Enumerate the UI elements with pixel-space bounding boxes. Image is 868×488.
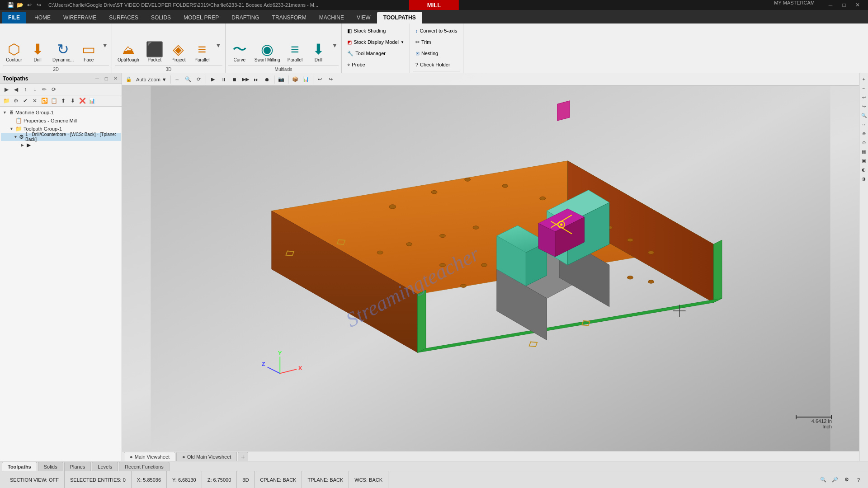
trim-button[interactable]: ✂ Trim bbox=[413, 37, 460, 47]
status-icon-zoom-out[interactable]: 🔎 bbox=[830, 475, 840, 485]
tree-item-operation1[interactable]: ▼ ⚙ 1 - Drill/Counterbore - [WCS: Back] … bbox=[1, 133, 121, 141]
probe-button[interactable]: ⌖ Probe bbox=[344, 59, 407, 70]
dynamic-mill-button[interactable]: ↻ Dynamic... bbox=[50, 28, 76, 65]
swarf-milling-button[interactable]: ◉ Swarf Milling bbox=[252, 28, 283, 65]
status-icon-help[interactable]: ? bbox=[854, 475, 863, 485]
panel-tool-refresh[interactable]: ⟳ bbox=[49, 85, 58, 94]
rt-btn-12[interactable]: ◑ bbox=[860, 174, 868, 183]
vp-stop[interactable]: ⏹ bbox=[230, 75, 240, 84]
qa-save[interactable]: 💾 bbox=[6, 1, 14, 9]
close-button[interactable]: ✕ bbox=[851, 0, 864, 10]
rt-btn-2[interactable]: − bbox=[860, 84, 868, 92]
vp-end[interactable]: ⏭ bbox=[251, 75, 261, 84]
tree-item-machine-group[interactable]: ▼ 🖥 Machine Group-1 bbox=[1, 108, 121, 117]
tab-toolpaths[interactable]: TOOLPATHS bbox=[377, 12, 422, 23]
face-button[interactable]: ▭ Face bbox=[77, 28, 100, 65]
panel-tool-up[interactable]: ↑ bbox=[21, 85, 30, 94]
qa-open[interactable]: 📂 bbox=[16, 1, 24, 9]
view-tab-main[interactable]: ● Main Viewsheet bbox=[124, 452, 175, 461]
rt-btn-3[interactable]: ↩ bbox=[860, 93, 868, 101]
bottom-tab-toolpaths[interactable]: Toolpaths bbox=[2, 462, 37, 471]
rt-btn-7[interactable]: ⊕ bbox=[860, 129, 868, 137]
rt-btn-9[interactable]: ▦ bbox=[860, 147, 868, 155]
2d-dropdown-arrow[interactable]: ▼ bbox=[101, 40, 109, 51]
tab-surfaces[interactable]: SURFACES bbox=[103, 12, 145, 23]
tree-item-op1-sub[interactable]: ▶ ▶ bbox=[1, 141, 121, 149]
vp-fit[interactable]: ↔ bbox=[172, 75, 182, 84]
viewport[interactable]: 🔒 Auto Zoom ▼ ↔ 🔍 ⟳ ▶ ⏸ ⏹ ▶▶ ⏭ ⏺ 📷 📦 📊 ↩… bbox=[122, 73, 859, 461]
parallel-mx-button[interactable]: ≡ Parallel bbox=[283, 28, 306, 65]
panel-tool-settings[interactable]: ⚙ bbox=[11, 96, 20, 105]
panel-close-button[interactable]: ✕ bbox=[112, 75, 119, 82]
panel-tool-folder[interactable]: 📁 bbox=[2, 96, 11, 105]
vp-record[interactable]: ⏺ bbox=[262, 75, 272, 84]
vp-redo[interactable]: ↪ bbox=[326, 75, 336, 84]
view-tab-old-main[interactable]: ● Old Main Viewsheet bbox=[176, 452, 237, 461]
panel-tool-down[interactable]: ↓ bbox=[30, 85, 39, 94]
panel-tool-play[interactable]: ▶ bbox=[2, 85, 11, 94]
multiaxis-dropdown-arrow[interactable]: ▼ bbox=[330, 40, 339, 51]
stock-display-model-button[interactable]: ◩ Stock Display Model ▼ bbox=[344, 37, 407, 47]
pocket-button[interactable]: ⬛ Pocket bbox=[143, 28, 166, 65]
vp-pause[interactable]: ⏸ bbox=[219, 75, 229, 84]
vp-chart[interactable]: 📊 bbox=[301, 75, 311, 84]
tab-view[interactable]: VIEW bbox=[350, 12, 377, 23]
drill-mx-button[interactable]: ⬇ Drill bbox=[307, 28, 330, 65]
tab-home[interactable]: HOME bbox=[28, 12, 57, 23]
optirough-button[interactable]: ⛰ OptiRough bbox=[115, 28, 142, 65]
3d-dropdown-arrow[interactable]: ▼ bbox=[214, 40, 222, 51]
qa-undo[interactable]: ↩ bbox=[25, 1, 33, 9]
tab-transform[interactable]: TRANSFORM bbox=[266, 12, 313, 23]
vp-box[interactable]: 📦 bbox=[290, 75, 300, 84]
status-icon-settings[interactable]: ⚙ bbox=[842, 475, 852, 485]
vp-undo[interactable]: ↩ bbox=[315, 75, 325, 84]
maximize-button[interactable]: □ bbox=[837, 0, 851, 10]
drill-button[interactable]: ⬇ Drill bbox=[26, 28, 49, 65]
rt-btn-5[interactable]: 🔍 bbox=[860, 111, 868, 119]
rt-btn-10[interactable]: ▣ bbox=[860, 156, 868, 164]
panel-tool-x[interactable]: ✕ bbox=[30, 96, 39, 105]
panel-tool-back[interactable]: ◀ bbox=[11, 85, 20, 94]
vp-rotate[interactable]: ⟳ bbox=[194, 75, 204, 84]
nesting-button[interactable]: ⊡ Nesting bbox=[413, 48, 460, 59]
bottom-tab-recent-functions[interactable]: Recent Functions bbox=[119, 462, 170, 471]
rt-btn-11[interactable]: ◐ bbox=[860, 165, 868, 174]
project-button[interactable]: ◈ Project bbox=[167, 28, 190, 65]
panel-restore-button[interactable]: □ bbox=[103, 75, 110, 82]
convert-5axis-button[interactable]: ↕ Convert to 5-axis bbox=[413, 25, 460, 36]
curve-button[interactable]: 〜 Curve bbox=[228, 28, 251, 65]
panel-tool-movedown[interactable]: ⬇ bbox=[68, 96, 77, 105]
tab-model-prep[interactable]: MODEL PREP bbox=[177, 12, 225, 23]
rt-btn-4[interactable]: ↪ bbox=[860, 102, 868, 110]
contour-button[interactable]: ⬡ Contour bbox=[3, 28, 25, 65]
panel-tool-chart[interactable]: 📊 bbox=[87, 96, 96, 105]
status-icon-zoom-in[interactable]: 🔍 bbox=[818, 475, 828, 485]
qa-redo[interactable]: ↪ bbox=[35, 1, 43, 9]
tab-wireframe[interactable]: WIREFRAME bbox=[57, 12, 103, 23]
tab-drafting[interactable]: DRAFTING bbox=[225, 12, 265, 23]
bottom-tab-planes[interactable]: Planes bbox=[64, 462, 91, 471]
check-holder-button[interactable]: ? Check Holder bbox=[413, 59, 460, 70]
tab-file[interactable]: FILE bbox=[2, 12, 26, 23]
panel-tool-edit[interactable]: ✏ bbox=[40, 85, 49, 94]
panel-tool-delete[interactable]: ❌ bbox=[78, 96, 87, 105]
rt-btn-6[interactable]: ↔ bbox=[860, 120, 868, 128]
vp-autozoom[interactable]: Auto Zoom ▼ bbox=[135, 75, 168, 84]
vp-camera[interactable]: 📷 bbox=[276, 75, 286, 84]
view-tab-add[interactable]: + bbox=[238, 452, 248, 461]
panel-tool-loop[interactable]: 🔁 bbox=[40, 96, 49, 105]
panel-minimize-button[interactable]: ─ bbox=[94, 75, 101, 82]
vp-play[interactable]: ▶ bbox=[208, 75, 218, 84]
tab-solids[interactable]: SOLIDS bbox=[145, 12, 177, 23]
bottom-tab-solids[interactable]: Solids bbox=[38, 462, 63, 471]
bottom-tab-levels[interactable]: Levels bbox=[92, 462, 118, 471]
parallel-3d-button[interactable]: ≡ Parallel bbox=[191, 28, 213, 65]
tool-manager-button[interactable]: 🔧 Tool Manager bbox=[344, 48, 407, 59]
vp-ffwd[interactable]: ▶▶ bbox=[241, 75, 250, 84]
tab-machine[interactable]: MACHINE bbox=[313, 12, 350, 23]
panel-tool-check[interactable]: ✔ bbox=[21, 96, 30, 105]
rt-btn-1[interactable]: + bbox=[860, 75, 868, 83]
vp-zoom[interactable]: 🔍 bbox=[183, 75, 193, 84]
stock-shading-button[interactable]: ◧ Stock Shading bbox=[344, 25, 407, 36]
rt-btn-8[interactable]: ⊙ bbox=[860, 138, 868, 146]
